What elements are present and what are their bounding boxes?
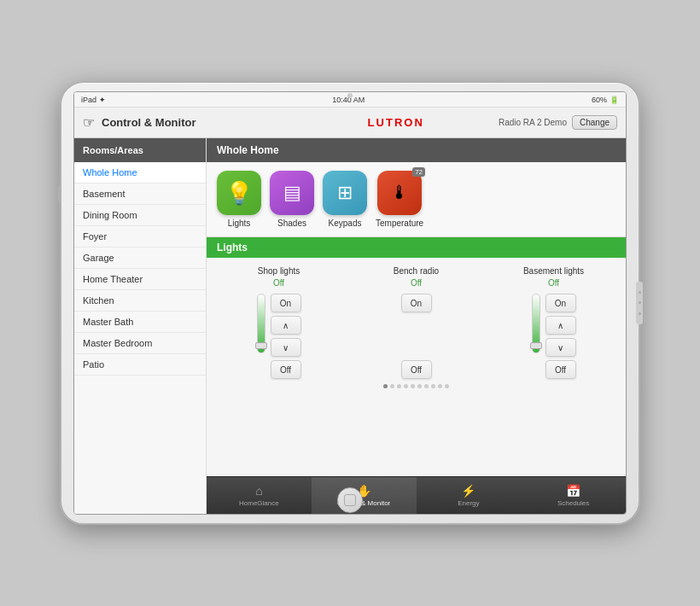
basement-lights-name: Basement lights <box>523 266 584 276</box>
sidebar-item-master-bedroom[interactable]: Master Bedroom <box>74 333 206 354</box>
speaker-dot <box>639 291 641 294</box>
basement-down-button[interactable]: ∨ <box>545 338 576 357</box>
sidebar-item-dining-room[interactable]: Dining Room <box>74 205 206 226</box>
ipad-screen: iPad ✦ 10:40 AM 60% 🔋 ☞ Control & Monito… <box>73 91 627 515</box>
keypads-icon: ⊞ <box>337 182 353 204</box>
schedules-label: Schedules <box>557 499 589 507</box>
side-speaker <box>636 282 643 324</box>
sidebar-header: Rooms/Areas <box>74 138 206 162</box>
icon-grid: 💡 Lights ▤ Shades ⊞ Keypad <box>207 162 626 237</box>
page-dot-8[interactable] <box>438 384 442 388</box>
tab-home-glance[interactable]: ⌂ HomeGlance <box>207 477 312 514</box>
shades-icon: ▤ <box>283 182 301 204</box>
page-dot-6[interactable] <box>424 384 429 388</box>
bench-radio-name: Bench radio <box>394 266 439 276</box>
basement-on-button[interactable]: On <box>545 294 576 312</box>
basement-slider[interactable] <box>532 294 540 353</box>
schedules-icon: 📅 <box>566 484 580 498</box>
sidebar-item-kitchen[interactable]: Kitchen <box>74 290 206 312</box>
shop-lights-status: Off <box>273 278 284 288</box>
home-glance-label: HomeGlance <box>239 499 279 507</box>
sidebar-item-foyer[interactable]: Foyer <box>74 226 206 248</box>
page-dot-3[interactable] <box>404 384 408 388</box>
bench-controls: On Off <box>401 294 432 379</box>
demo-label: Radio RA 2 Demo <box>499 118 567 127</box>
shades-label: Shades <box>277 219 306 228</box>
temperature-icon-item[interactable]: 🌡 72 Temperature <box>376 171 423 228</box>
light-control-basement: Basement lights Off On ∧ ∨ Of <box>492 266 615 379</box>
area-title: Whole Home <box>207 138 626 162</box>
tab-bar: ⌂ HomeGlance ✋ Control & Monitor ⚡ Energ… <box>207 476 626 514</box>
lutron-brand: LUTRON <box>300 116 491 129</box>
speaker-dot <box>639 301 641 304</box>
basement-up-button[interactable]: ∧ <box>545 316 576 335</box>
shop-btn-col: On ∧ ∨ Off <box>271 294 301 379</box>
basement-btn-col: On ∧ ∨ Off <box>545 294 576 379</box>
change-button[interactable]: Change <box>572 115 617 130</box>
status-right: 60% 🔋 <box>592 96 619 104</box>
battery-icon: 🔋 <box>610 96 619 104</box>
battery-label: 60% <box>592 96 607 104</box>
shop-slider-thumb <box>255 342 267 349</box>
page-dot-7[interactable] <box>431 384 435 388</box>
page-dot-5[interactable] <box>417 384 422 388</box>
shop-slider[interactable] <box>257 294 265 353</box>
shop-controls: On ∧ ∨ Off <box>257 294 301 379</box>
energy-icon: ⚡ <box>461 484 475 498</box>
lights-section-header: Lights <box>207 237 626 258</box>
ipad-device: iPad ✦ 10:40 AM 60% 🔋 ☞ Control & Monito… <box>60 81 640 525</box>
shop-up-button[interactable]: ∧ <box>271 316 301 335</box>
hand-icon: ☞ <box>83 114 95 131</box>
temperature-icon: 🌡 <box>390 182 409 204</box>
page-dot-1[interactable] <box>390 384 394 388</box>
keypads-icon-item[interactable]: ⊞ Keypads <box>323 171 367 228</box>
sidebar-item-garage[interactable]: Garage <box>74 248 206 269</box>
tab-schedules[interactable]: 📅 Schedules <box>521 477 626 514</box>
shop-on-button[interactable]: On <box>271 294 301 312</box>
temperature-icon-box: 🌡 72 <box>377 171 422 215</box>
page-dots <box>217 379 615 392</box>
page-dot-0[interactable] <box>383 384 388 388</box>
side-button <box>58 185 61 202</box>
shades-icon-box: ▤ <box>270 171 314 215</box>
sidebar-item-whole-home[interactable]: Whole Home <box>74 162 206 184</box>
bench-off-button[interactable]: Off <box>401 360 432 379</box>
sidebar-item-home-theater[interactable]: Home Theater <box>74 269 206 290</box>
sidebar-item-master-bath[interactable]: Master Bath <box>74 312 206 333</box>
page-dot-2[interactable] <box>397 384 401 388</box>
lights-row: Shop lights Off On ∧ ∨ Off <box>217 266 615 379</box>
bench-radio-status: Off <box>411 278 422 288</box>
sidebar-item-basement[interactable]: Basement <box>74 184 206 205</box>
lights-icon-item[interactable]: 💡 Lights <box>217 171 261 228</box>
demo-section: Radio RA 2 Demo Change <box>499 115 617 130</box>
home-button[interactable] <box>337 487 363 513</box>
lights-icon: 💡 <box>225 180 253 207</box>
bench-on-button[interactable]: On <box>401 294 432 312</box>
tab-energy[interactable]: ⚡ Energy <box>417 477 522 514</box>
sidebar: Rooms/Areas Whole Home Basement Dining R… <box>74 138 207 514</box>
temperature-badge: 72 <box>412 167 425 177</box>
page-dot-9[interactable] <box>445 384 449 388</box>
sidebar-item-patio[interactable]: Patio <box>74 354 206 376</box>
bench-btn-col: On Off <box>401 294 432 379</box>
shop-off-button[interactable]: Off <box>271 360 301 379</box>
app-title: Control & Monitor <box>102 116 293 129</box>
lights-area: Shop lights Off On ∧ ∨ Off <box>207 258 626 476</box>
energy-label: Energy <box>458 499 479 507</box>
tab-control-monitor[interactable]: ✋ Control & Monitor <box>312 477 417 514</box>
shop-down-button[interactable]: ∨ <box>271 338 301 357</box>
lights-label: Lights <box>228 219 251 228</box>
basement-slider-thumb <box>530 342 542 349</box>
shop-lights-name: Shop lights <box>258 266 300 276</box>
page-dot-4[interactable] <box>411 384 415 388</box>
speaker-dot <box>639 312 641 315</box>
basement-off-button[interactable]: Off <box>545 360 576 379</box>
shades-icon-item[interactable]: ▤ Shades <box>270 171 314 228</box>
ipad-label: iPad ✦ <box>81 96 106 104</box>
basement-controls: On ∧ ∨ Off <box>532 294 576 379</box>
main-content: Rooms/Areas Whole Home Basement Dining R… <box>74 138 626 514</box>
light-control-bench: Bench radio Off On Off <box>354 266 478 379</box>
keypads-label: Keypads <box>329 219 362 228</box>
home-button-inner <box>344 494 356 506</box>
right-panel: Whole Home 💡 Lights ▤ Shades <box>207 138 626 514</box>
